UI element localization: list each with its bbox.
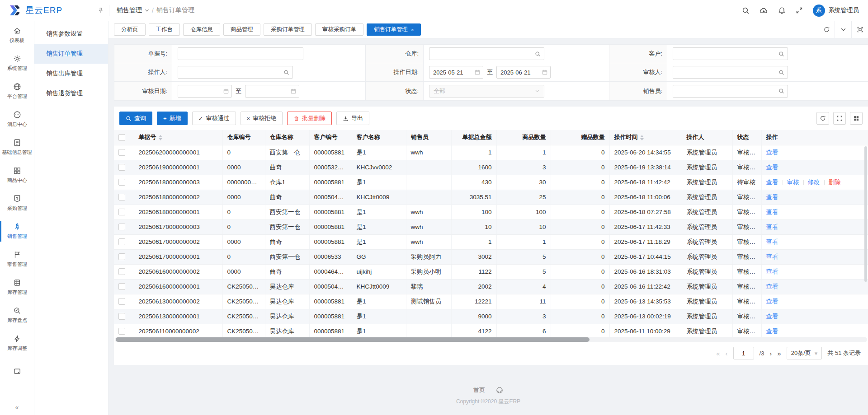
action-view[interactable]: 查看 — [766, 209, 778, 215]
fullscreen-icon[interactable] — [796, 7, 803, 14]
sidebar-item-retail[interactable]: 零售管理 — [0, 245, 34, 273]
action-view[interactable]: 查看 — [766, 253, 778, 260]
submenu-item-sales-outbound[interactable]: 销售出库管理 — [34, 64, 108, 84]
prev-page-button[interactable]: ‹ — [726, 350, 728, 357]
row-checkbox[interactable] — [118, 149, 125, 156]
columns-grid-icon[interactable] — [850, 112, 863, 125]
page-number-input[interactable] — [733, 347, 754, 359]
column-header-operate_time[interactable]: 操作时间 — [609, 130, 682, 145]
submenu-item-sales-params[interactable]: 销售参数设置 — [34, 24, 108, 44]
next-page-button[interactable]: › — [769, 350, 772, 357]
home-link[interactable]: 首页 — [473, 386, 485, 394]
row-checkbox[interactable] — [118, 179, 125, 186]
action-view[interactable]: 查看 — [766, 283, 778, 290]
sidebar-item-settlement[interactable] — [0, 357, 34, 385]
action-delete[interactable]: 删除 — [829, 179, 841, 186]
row-checkbox[interactable] — [118, 238, 125, 245]
search-icon[interactable] — [535, 51, 541, 57]
tab-workbench[interactable]: 工作台 — [149, 23, 180, 36]
warehouse-input[interactable] — [429, 47, 544, 60]
tab-product-mgmt[interactable]: 商品管理 — [223, 23, 260, 36]
action-view[interactable]: 查看 — [766, 238, 778, 245]
page-size-select[interactable]: 20条/页 ▾ — [787, 347, 822, 359]
brand[interactable]: 星云ERP — [0, 5, 93, 16]
sidebar-item-purchase[interactable]: 采购管理 — [0, 189, 34, 217]
action-audit[interactable]: 审核 — [787, 179, 799, 186]
select-all-header[interactable] — [114, 130, 134, 145]
frame-icon[interactable] — [851, 21, 868, 38]
operator-input[interactable] — [178, 66, 293, 79]
row-checkbox[interactable] — [118, 268, 125, 275]
action-view[interactable]: 查看 — [766, 313, 778, 320]
action-view[interactable]: 查看 — [766, 224, 778, 230]
chevron-down-icon[interactable] — [835, 21, 851, 38]
status-select[interactable]: 全部 — [429, 85, 544, 98]
github-icon[interactable] — [496, 387, 503, 394]
search-icon[interactable] — [742, 7, 750, 14]
tab-warehouse-info[interactable]: 仓库信息 — [183, 23, 220, 36]
reject-button[interactable]: × 审核拒绝 — [241, 112, 283, 125]
sort-icon[interactable] — [159, 135, 162, 140]
action-view[interactable]: 查看 — [766, 268, 778, 275]
pin-button[interactable] — [93, 7, 109, 14]
breadcrumb-root[interactable]: 销售管理 — [117, 6, 142, 14]
sidebar-item-stocktake[interactable]: 库存盘点 — [0, 301, 34, 329]
last-page-button[interactable]: » — [777, 350, 781, 357]
tab-analysis[interactable]: 分析页 — [114, 23, 146, 36]
action-view[interactable]: 查看 — [766, 328, 778, 335]
sidebar-item-system[interactable]: 系统管理 — [0, 49, 34, 77]
search-icon[interactable] — [778, 51, 784, 57]
sidebar-item-product[interactable]: 商品中心 — [0, 161, 34, 189]
close-icon[interactable]: × — [411, 27, 414, 33]
action-edit[interactable]: 修改 — [808, 179, 820, 186]
query-button[interactable]: 查询 — [119, 112, 152, 125]
sidebar-item-baseinfo[interactable]: 基础信息管理 — [0, 133, 34, 161]
approve-button[interactable]: ✓ 审核通过 — [192, 112, 236, 125]
action-view[interactable]: 查看 — [766, 298, 778, 305]
user-menu[interactable]: 系 系统管理员 — [813, 5, 859, 17]
bell-icon[interactable] — [778, 7, 786, 14]
row-checkbox[interactable] — [118, 298, 125, 305]
row-checkbox[interactable] — [118, 224, 125, 230]
horizontal-scrollbar[interactable] — [116, 337, 590, 342]
search-icon[interactable] — [778, 70, 784, 75]
first-page-button[interactable]: « — [716, 350, 720, 357]
action-view[interactable]: 查看 — [766, 164, 778, 171]
tab-audit-purchase[interactable]: 审核采购订单 — [315, 23, 363, 36]
tab-purchase-orders[interactable]: 采购订单管理 — [264, 23, 312, 36]
batch-delete-button[interactable]: 批量删除 — [287, 112, 332, 125]
sidebar-item-platform[interactable]: 平台管理 — [0, 77, 34, 105]
row-checkbox[interactable] — [118, 253, 125, 260]
sidebar-item-dashboard[interactable]: 仪表板 — [0, 21, 34, 49]
customer-input[interactable] — [673, 47, 788, 60]
refresh-icon[interactable] — [816, 112, 829, 125]
row-checkbox[interactable] — [118, 194, 125, 201]
vertical-scrollbar[interactable] — [864, 146, 867, 282]
auditor-input[interactable] — [673, 66, 788, 79]
row-checkbox[interactable] — [118, 209, 125, 215]
sidebar-item-sales[interactable]: 销售管理 — [0, 217, 34, 245]
row-checkbox[interactable] — [118, 328, 125, 335]
row-checkbox[interactable] — [118, 313, 125, 320]
row-checkbox[interactable] — [118, 283, 125, 290]
row-checkbox[interactable] — [118, 164, 125, 171]
refresh-icon[interactable] — [818, 21, 835, 38]
column-header-order_no[interactable]: 单据号 — [134, 130, 222, 145]
submenu-item-sales-orders[interactable]: 销售订单管理 — [34, 44, 108, 64]
submenu-item-sales-returns[interactable]: 销售退货管理 — [34, 84, 108, 103]
order-no-input[interactable] — [178, 47, 303, 60]
action-view[interactable]: 查看 — [766, 149, 778, 156]
export-button[interactable]: 导出 — [336, 112, 369, 125]
sort-icon[interactable] — [640, 135, 644, 140]
add-button[interactable]: + 新增 — [157, 112, 188, 125]
expand-icon[interactable] — [833, 112, 846, 125]
action-view[interactable]: 查看 — [766, 179, 778, 186]
cloud-download-icon[interactable] — [760, 7, 768, 14]
search-icon[interactable] — [283, 70, 289, 75]
action-view[interactable]: 查看 — [766, 194, 778, 201]
sidebar-collapse-button[interactable]: « — [0, 399, 34, 415]
salesperson-input[interactable] — [673, 85, 788, 98]
search-icon[interactable] — [778, 88, 784, 94]
tab-sales-orders[interactable]: 销售订单管理 × — [367, 23, 421, 36]
sidebar-item-adjust[interactable]: 库存调整 — [0, 329, 34, 357]
